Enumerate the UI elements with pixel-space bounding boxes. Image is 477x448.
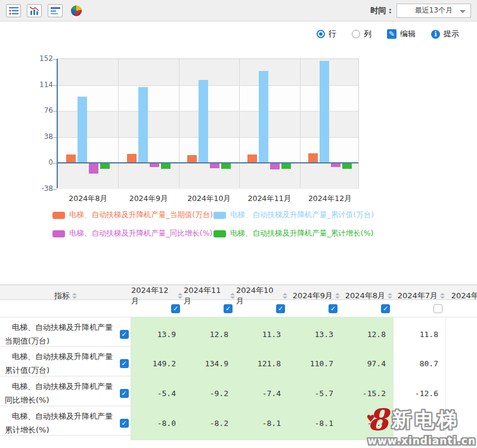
tip-button[interactable]: i 提示	[431, 29, 459, 39]
chart-bar	[221, 163, 231, 168]
legend-swatch-blue	[213, 212, 226, 219]
bar-line-chart-glyph	[29, 6, 40, 16]
legend-item[interactable]: 电梯、自动扶梯及升降机产量_当期值(万台)	[52, 210, 213, 220]
table-cell	[446, 376, 477, 410]
chart-bar	[161, 163, 171, 168]
row-checkbox[interactable]	[120, 389, 129, 398]
table-cell: -8.4	[341, 406, 394, 440]
month-separator	[239, 59, 240, 188]
chart-plot: 15211476380-382024年8月2024年9月2024年10月2024…	[57, 58, 359, 189]
gridline	[58, 111, 358, 112]
chart-bar	[100, 163, 110, 169]
table-row: 电梯、自动扶梯及升降机产量 累计增长(%) -8.0 -8.2 -8.1 -8.…	[0, 406, 477, 435]
row-option-label: 行	[329, 29, 336, 39]
sort-icon	[72, 293, 77, 299]
column-checkbox-cell	[341, 300, 394, 317]
column-option-label: 列	[364, 29, 371, 39]
table-cell: -12.6	[394, 376, 446, 410]
row-checkbox-cell	[117, 376, 131, 410]
pie-chart-icon[interactable]	[69, 4, 83, 17]
info-icon: i	[431, 30, 440, 39]
column-checkbox[interactable]	[171, 304, 180, 313]
gridline	[58, 85, 358, 86]
table-cell: -8.0	[131, 406, 184, 440]
table-cell: 134.9	[184, 347, 236, 381]
table-cell	[394, 406, 446, 440]
column-checkbox[interactable]	[433, 304, 442, 313]
edit-pencil-icon: ✎	[387, 29, 397, 39]
column-checkbox[interactable]	[329, 304, 337, 313]
sort-icon	[283, 293, 287, 299]
plot-band	[58, 59, 358, 85]
column-checkbox-cell	[394, 300, 446, 317]
sort-icon	[335, 293, 340, 299]
y-axis-tick	[53, 111, 57, 112]
chart-bar	[247, 155, 257, 163]
plot-band	[58, 85, 358, 112]
page: 时间 : 最近13个月 行 列 ✎ 编辑 i 提示 15211476380-38…	[0, 0, 477, 448]
x-axis-label: 2024年10月	[179, 194, 239, 204]
legend-item[interactable]: 电梯、自动扶梯及升降机产量_累计增长(%)	[213, 228, 374, 239]
column-checkbox[interactable]	[276, 304, 285, 313]
list-view-icon[interactable]	[6, 4, 21, 17]
row-label: 电梯、自动扶梯及升降机产量 同比增长(%)	[0, 376, 117, 410]
empty-cell	[0, 300, 131, 317]
chart-bar	[320, 61, 329, 163]
x-axis-label: 2024年12月	[300, 194, 360, 204]
radio-unselected-icon[interactable]	[352, 30, 360, 38]
time-label: 时间 :	[370, 5, 392, 16]
chart-bar	[210, 163, 219, 168]
row-checkbox[interactable]	[120, 330, 129, 339]
column-checkbox[interactable]	[381, 304, 390, 313]
chart-bar	[199, 80, 208, 163]
row-checkbox-cell	[117, 347, 131, 381]
chart-bar	[66, 155, 76, 163]
legend-swatch-purple	[52, 230, 65, 237]
legend-label: 电梯、自动扶梯及升降机产量_累计值(万台)	[230, 210, 374, 220]
table-cell: -8.2	[184, 406, 236, 440]
row-checkbox[interactable]	[120, 419, 129, 428]
y-axis-tick	[53, 85, 57, 86]
bar-line-chart-icon[interactable]	[27, 4, 42, 17]
table-cell: -5.4	[131, 376, 184, 410]
data-table: 指标 2024年12月 2024年11月 2024年10月 2024年9月 20…	[0, 285, 477, 435]
table-cell: 80.7	[394, 347, 446, 381]
legend-label: 电梯、自动扶梯及升降机产量_累计增长(%)	[230, 228, 373, 239]
chart-bar	[308, 153, 318, 163]
chart-bar	[259, 71, 268, 163]
legend-item[interactable]: 电梯、自动扶梯及升降机产量_同比增长(%)	[52, 228, 213, 239]
column-checkbox-cell	[131, 300, 184, 317]
chart-bar	[138, 87, 148, 163]
row-radio-option[interactable]: 行	[317, 29, 336, 39]
row-checkbox[interactable]	[120, 359, 129, 368]
chart-section: 15211476380-382024年8月2024年9月2024年10月2024…	[0, 47, 477, 285]
y-axis-tick	[53, 137, 57, 138]
chart-bar	[89, 163, 98, 173]
column-checkbox-cell	[184, 300, 236, 317]
column-checkbox[interactable]	[224, 304, 233, 313]
table-row: 电梯、自动扶梯及升降机产量 累计值(万台) 149.2 134.9 121.8 …	[0, 347, 477, 376]
edit-button[interactable]: ✎ 编辑	[387, 29, 416, 39]
table-cell: 121.8	[236, 347, 289, 381]
y-axis-label: 0	[32, 158, 53, 166]
sort-icon	[388, 293, 392, 299]
gridline	[58, 137, 358, 138]
month-separator	[118, 59, 119, 188]
x-axis-label: 2024年9月	[118, 194, 178, 204]
y-axis-label: -38	[32, 184, 53, 193]
column-radio-option[interactable]: 列	[352, 29, 371, 39]
column-checkbox-cell	[446, 300, 477, 317]
month-separator	[179, 59, 179, 188]
chart-bar	[270, 163, 280, 169]
y-axis-label: 152	[32, 54, 53, 63]
controls-bar: 行 列 ✎ 编辑 i 提示	[0, 21, 477, 47]
chart-bar	[342, 163, 352, 168]
time-range-dropdown[interactable]: 最近13个月	[397, 4, 471, 18]
horizontal-bars-icon[interactable]	[48, 4, 63, 17]
chart-bar	[78, 97, 87, 163]
tip-label: 提示	[444, 29, 459, 39]
radio-selected-icon[interactable]	[317, 30, 325, 38]
row-label: 电梯、自动扶梯及升降机产量 累计值(万台)	[0, 347, 117, 381]
legend-item[interactable]: 电梯、自动扶梯及升降机产量_累计值(万台)	[213, 210, 374, 220]
chart-legend: 电梯、自动扶梯及升降机产量_当期值(万台) 电梯、自动扶梯及升降机产量_累计值(…	[52, 210, 374, 239]
